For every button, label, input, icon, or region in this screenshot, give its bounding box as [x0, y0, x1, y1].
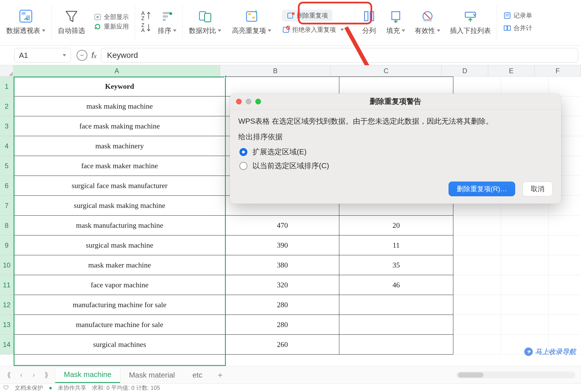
cell-B11[interactable]: 320: [226, 275, 339, 295]
fx-icon[interactable]: fx: [91, 50, 96, 60]
cell-A5[interactable]: face mask maker machine: [14, 156, 226, 176]
row-header-5[interactable]: 5: [0, 156, 14, 176]
cell-E8[interactable]: [501, 216, 549, 235]
col-header-E[interactable]: E: [488, 65, 535, 77]
cell-A3[interactable]: face mask making machine: [14, 116, 226, 136]
remove-dup-button[interactable]: 删除重复项: [282, 10, 332, 22]
cell-D9[interactable]: [453, 235, 501, 255]
cell-A13[interactable]: manufacture machine for sale: [14, 315, 226, 335]
tab-mask-machine[interactable]: Mask machine: [55, 367, 120, 383]
highlight-dup-button[interactable]: 1 高亮重复项: [232, 9, 271, 35]
record-list-button[interactable]: 记录单: [503, 11, 532, 20]
row-header-12[interactable]: 12: [0, 295, 14, 315]
horizontal-scrollbar[interactable]: [456, 372, 575, 378]
tab-etc[interactable]: etc: [184, 367, 211, 383]
cell-F13[interactable]: [549, 315, 581, 335]
row-header-3[interactable]: 3: [0, 116, 14, 136]
row-header-6[interactable]: 6: [0, 176, 14, 196]
selection-handle[interactable]: [224, 75, 227, 78]
cell-A11[interactable]: face vapor machine: [14, 275, 226, 295]
cell-E12[interactable]: [501, 295, 549, 315]
row-header-8[interactable]: 8: [0, 216, 14, 235]
pivot-button[interactable]: 数据透视表: [6, 9, 45, 35]
fill-button[interactable]: 填充: [386, 9, 405, 35]
name-box[interactable]: A1: [14, 48, 71, 63]
cell-A6[interactable]: surgical face mask manufacturer: [14, 176, 226, 196]
cell-E13[interactable]: [501, 315, 549, 335]
cell-A14[interactable]: surgical machines: [14, 335, 226, 355]
cell-C9[interactable]: 11: [339, 235, 453, 255]
row-header-2[interactable]: 2: [0, 96, 14, 116]
cell-F8[interactable]: [549, 216, 581, 235]
dropdown-button[interactable]: 插入下拉列表: [450, 9, 491, 35]
remove-dup-confirm-button[interactable]: 删除重复项(R)…: [449, 182, 515, 196]
data-compare-button[interactable]: 数据对比: [189, 9, 221, 35]
cell-C8[interactable]: 20: [339, 216, 453, 235]
cell-F11[interactable]: [549, 275, 581, 295]
tab-nav-next[interactable]: ›: [29, 370, 39, 380]
col-header-D[interactable]: D: [442, 65, 488, 77]
select-all-corner[interactable]: [0, 65, 14, 77]
autofilter-button[interactable]: 自动筛选: [58, 9, 85, 35]
cell-F9[interactable]: [549, 235, 581, 255]
cell-C10[interactable]: 35: [339, 255, 453, 275]
formula-input[interactable]: Keyword: [101, 48, 578, 63]
cell-B10[interactable]: 380: [226, 255, 339, 275]
cell-D12[interactable]: [453, 295, 501, 315]
cell-D14[interactable]: [453, 335, 501, 355]
cell-A12[interactable]: manufacturing machine for sale: [14, 295, 226, 315]
cell-C13[interactable]: [339, 315, 453, 335]
reapply-button[interactable]: 重新应用: [94, 22, 129, 31]
cell-E9[interactable]: [501, 235, 549, 255]
cell-E10[interactable]: [501, 255, 549, 275]
cell-D10[interactable]: [453, 255, 501, 275]
cell-B9[interactable]: 390: [226, 235, 339, 255]
text-to-cols-button[interactable]: 分列: [361, 9, 377, 35]
cell-D8[interactable]: [453, 216, 501, 235]
cell-A8[interactable]: mask manufacturing machine: [14, 216, 226, 235]
cell-A7[interactable]: surgical mask making machine: [14, 196, 226, 216]
col-header-F[interactable]: F: [534, 65, 581, 77]
row-header-4[interactable]: 4: [0, 136, 14, 156]
cell-A10[interactable]: mask maker machine: [14, 255, 226, 275]
show-all-button[interactable]: 全部显示: [94, 13, 129, 21]
sort-button[interactable]: 排序: [158, 9, 176, 35]
cell-E11[interactable]: [501, 275, 549, 295]
col-header-A[interactable]: A: [14, 65, 220, 77]
cell-F10[interactable]: [549, 255, 581, 275]
tab-nav-prev[interactable]: ‹: [16, 370, 26, 380]
cell-B13[interactable]: 280: [226, 315, 339, 335]
refuse-dup-button[interactable]: 拒绝录入重复项: [282, 26, 344, 34]
merge-button[interactable]: 合并计: [503, 24, 532, 32]
cell-A4[interactable]: mask machinery: [14, 136, 226, 156]
row-header-11[interactable]: 11: [0, 275, 14, 295]
cell-D13[interactable]: [453, 315, 501, 335]
row-header-9[interactable]: 9: [0, 235, 14, 255]
radio-current[interactable]: 以当前选定区域排序(C): [239, 161, 551, 171]
add-sheet-button[interactable]: ＋: [214, 369, 226, 381]
cell-B12[interactable]: 280: [226, 295, 339, 315]
cell-A2[interactable]: mask making machine: [14, 96, 226, 116]
cancel-button[interactable]: 取消: [523, 182, 553, 196]
scroll-thumb[interactable]: [458, 372, 483, 378]
cell-A9[interactable]: surgical mask machine: [14, 235, 226, 255]
cell-F12[interactable]: [549, 295, 581, 315]
row-header-1[interactable]: 1: [0, 77, 14, 96]
col-header-C[interactable]: C: [331, 65, 442, 77]
cell-B8[interactable]: 470: [226, 216, 339, 235]
tab-mask-material[interactable]: Mask material: [120, 367, 184, 383]
tab-nav-last[interactable]: ⟫: [41, 370, 51, 380]
sort-desc-button[interactable]: ZA: [141, 23, 151, 33]
validation-button[interactable]: 有效性: [415, 9, 440, 35]
cell-C14[interactable]: [339, 335, 453, 355]
cell-C12[interactable]: [339, 295, 453, 315]
zoom-out-icon[interactable]: −: [77, 50, 87, 61]
cell-A1[interactable]: Keyword: [14, 77, 226, 96]
row-header-14[interactable]: 14: [0, 335, 14, 355]
radio-extend[interactable]: 扩展选定区域(E): [239, 147, 551, 157]
tab-nav-first[interactable]: ⟪: [4, 370, 14, 380]
cell-D11[interactable]: [453, 275, 501, 295]
row-header-7[interactable]: 7: [0, 196, 14, 216]
cell-B14[interactable]: 260: [226, 335, 339, 355]
row-header-10[interactable]: 10: [0, 255, 14, 275]
